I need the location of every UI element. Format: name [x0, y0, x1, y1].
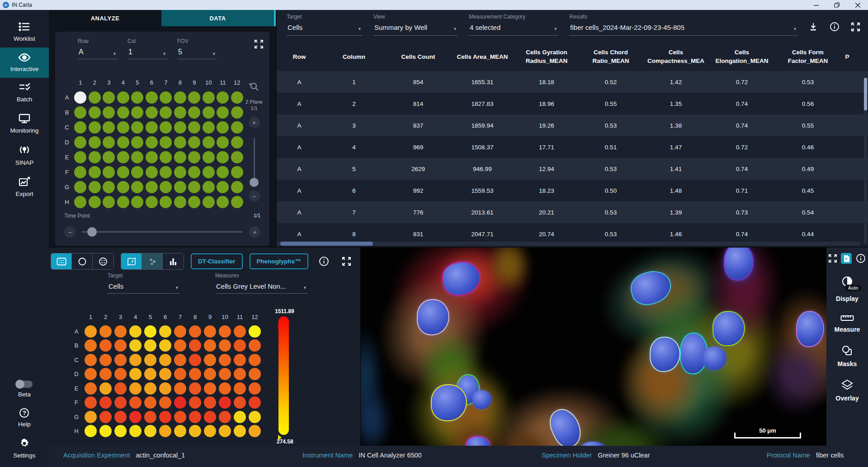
heatmap-well-A1[interactable]: [85, 325, 97, 338]
vertical-scrollbar[interactable]: [864, 78, 867, 244]
heatmap-well-H3[interactable]: [114, 425, 127, 437]
well-D12[interactable]: [231, 136, 243, 148]
well-C12[interactable]: [231, 121, 243, 133]
heatmap-well-A9[interactable]: [204, 325, 216, 338]
column-header[interactable]: Cells Area_MEAN: [450, 42, 514, 71]
well-E11[interactable]: [217, 151, 229, 163]
heatmap-well-H7[interactable]: [174, 425, 186, 437]
well-C2[interactable]: [89, 121, 101, 133]
sidebar-item-worklist[interactable]: Worklist: [0, 16, 49, 48]
table-row[interactable]: A28141827.8318.960.551.350.740.56: [277, 93, 868, 114]
well-F1[interactable]: [74, 166, 86, 178]
column-header[interactable]: P: [841, 42, 854, 71]
well-E10[interactable]: [203, 151, 215, 163]
well-H1[interactable]: [74, 196, 86, 208]
well-A7[interactable]: [160, 91, 172, 104]
minimize-button[interactable]: [806, 0, 826, 10]
info-icon[interactable]: [319, 256, 329, 267]
heatmap-well-D8[interactable]: [189, 368, 201, 380]
row-select[interactable]: Row A▼: [78, 38, 118, 59]
heatmap-well-G5[interactable]: [144, 411, 156, 423]
table-row[interactable]: A18541655.3118.180.521.420.720.53: [277, 71, 868, 93]
sidebar-item-export[interactable]: Export: [0, 172, 49, 203]
overlay-tool[interactable]: Overlay: [835, 379, 859, 402]
heatmap-well-D6[interactable]: [159, 368, 171, 380]
well-C4[interactable]: [117, 121, 129, 133]
heatmap-well-G7[interactable]: [174, 411, 186, 423]
well-C8[interactable]: [174, 121, 186, 133]
heatmap-well-F6[interactable]: [159, 396, 171, 409]
scale-max-marker[interactable]: [278, 324, 282, 329]
heatmap-well-B2[interactable]: [99, 339, 112, 352]
heatmap-well-C9[interactable]: [204, 354, 216, 366]
heatmap-well-G8[interactable]: [189, 411, 201, 423]
table-row[interactable]: A69921559.5318.230.501.480.710.45: [277, 180, 868, 201]
heatmap-well-H11[interactable]: [234, 425, 246, 437]
heatmap-well-C8[interactable]: [189, 354, 201, 366]
horizontal-scrollbar[interactable]: [277, 242, 860, 246]
plate-view-button[interactable]: [51, 253, 72, 269]
well-A4[interactable]: [117, 91, 129, 104]
heatmap-well-H5[interactable]: [144, 425, 156, 437]
heatmap-well-A8[interactable]: [189, 325, 201, 338]
info-icon[interactable]: [830, 22, 840, 32]
well-E9[interactable]: [188, 151, 200, 163]
well-A8[interactable]: [174, 91, 186, 104]
heatmap-well-D3[interactable]: [114, 368, 127, 380]
heatmap-well-C7[interactable]: [174, 354, 186, 366]
tab-data[interactable]: DATA: [161, 10, 276, 26]
heatmap-well-C10[interactable]: [219, 354, 231, 366]
well-D4[interactable]: [117, 136, 129, 148]
table-row[interactable]: A77762013.6120.210.531.390.730.54: [277, 201, 868, 223]
heatmap-well-E5[interactable]: [144, 382, 156, 395]
heatmap-well-G9[interactable]: [204, 411, 216, 423]
heatmap-well-B7[interactable]: [174, 339, 186, 352]
well-G5[interactable]: [131, 181, 143, 193]
heatmap-well-E8[interactable]: [189, 382, 201, 395]
well-A11[interactable]: [217, 91, 229, 104]
column-header[interactable]: Cells Count: [386, 42, 450, 71]
well-D2[interactable]: [89, 136, 101, 148]
heatmap-well-B10[interactable]: [219, 339, 231, 352]
heatmap-well-B1[interactable]: [85, 339, 97, 352]
tab-analyze[interactable]: ANALYZE: [49, 10, 161, 26]
heatmap-well-B3[interactable]: [114, 339, 127, 352]
heatmap-well-C11[interactable]: [234, 354, 246, 366]
heatmap-well-F4[interactable]: [129, 396, 142, 409]
z-plane-plus-button[interactable]: +: [249, 117, 260, 128]
heatmap-well-D1[interactable]: [85, 368, 97, 380]
well-D9[interactable]: [188, 136, 200, 148]
well-A9[interactable]: [188, 91, 200, 104]
horizontal-scrollbar-thumb[interactable]: [280, 242, 373, 246]
well-F8[interactable]: [174, 166, 186, 178]
well-B1[interactable]: [74, 106, 86, 119]
heatmap-well-F1[interactable]: [85, 396, 97, 409]
heatmap-well-H9[interactable]: [204, 425, 216, 437]
well-view-button[interactable]: [72, 253, 93, 269]
heatmap-well-A6[interactable]: [159, 325, 171, 338]
heatmap-well-D11[interactable]: [234, 368, 246, 380]
z-plane-minus-button[interactable]: −: [249, 191, 260, 202]
heatmap-well-G4[interactable]: [129, 411, 142, 423]
well-B7[interactable]: [160, 106, 172, 119]
well-B3[interactable]: [103, 106, 115, 119]
heatmap-well-B5[interactable]: [144, 339, 156, 352]
well-B2[interactable]: [89, 106, 101, 119]
well-B11[interactable]: [217, 106, 229, 119]
heatmap-well-A4[interactable]: [129, 325, 142, 338]
heatmap-well-F10[interactable]: [219, 396, 231, 409]
well-G9[interactable]: [188, 181, 200, 193]
heatmap-well-D10[interactable]: [219, 368, 231, 380]
well-C9[interactable]: [188, 121, 200, 133]
column-header[interactable]: Cells Gyration Radius_MEAN: [514, 42, 579, 71]
well-E1[interactable]: [74, 151, 86, 163]
annotations-button[interactable]: [841, 253, 852, 264]
table-row[interactable]: A52629946.9912.940.531.410.740.49: [277, 158, 868, 180]
fullscreen-icon[interactable]: [342, 257, 351, 266]
fov-select[interactable]: FOV 5▼: [177, 38, 217, 59]
heatmap-well-E7[interactable]: [174, 382, 186, 395]
well-G2[interactable]: [89, 181, 101, 193]
well-C1[interactable]: [74, 121, 86, 133]
column-header[interactable]: Cells Elongation_MEAN: [709, 42, 775, 71]
well-E12[interactable]: [231, 151, 243, 163]
